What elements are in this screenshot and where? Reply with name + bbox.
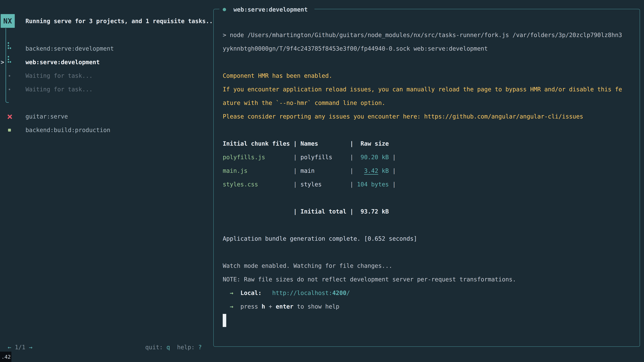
terminal-text <box>223 303 230 310</box>
terminal-text: polyfills <box>300 154 332 161</box>
task-output-panel: web:serve:development > node /Users/mhar… <box>213 9 640 347</box>
arrow-left-icon[interactable]: ← <box>8 344 11 351</box>
task-sidebar: NX Running serve for 3 projects, and 1 r… <box>0 0 213 362</box>
terminal-line <box>223 246 636 259</box>
terminal-text: polyfills.js <box>223 154 265 161</box>
terminal-text: | <box>389 167 396 174</box>
terminal-text: main <box>300 167 314 174</box>
dot-icon <box>9 75 10 77</box>
terminal-text: 90.20 kB <box>357 154 389 161</box>
terminal-line: polyfills.js | polyfills | 90.20 kB | <box>223 150 636 164</box>
help-hint-label: help: <box>170 344 198 351</box>
arrow-right-icon[interactable]: → <box>29 344 32 351</box>
terminal-line: If you encounter application reload issu… <box>223 83 636 96</box>
task-pager[interactable]: ← 1/1 → <box>8 341 32 354</box>
terminal-text <box>262 290 272 296</box>
task-row-web-serve-selected: web:serve:development <box>26 55 100 69</box>
terminal-text: + <box>265 303 276 310</box>
terminal-text: > <box>223 32 230 38</box>
terminal-line: → press h + enter to show help <box>223 300 636 313</box>
terminal-text: | <box>314 167 357 174</box>
pager-label: 1/1 <box>11 344 29 351</box>
nx-logo-badge: NX <box>1 14 15 28</box>
quit-key: q <box>166 344 170 351</box>
terminal-text <box>233 303 240 310</box>
terminal-text: | <box>322 181 357 188</box>
terminal-line: main.js | main | 3.42 kB | <box>223 164 636 178</box>
terminal-output: > node /Users/mhartington/Github/guitars… <box>223 28 636 327</box>
terminal-text: NOTE: Raw file sizes do not reflect deve… <box>223 276 516 283</box>
spinner-icon <box>8 56 11 63</box>
terminal-text: Please consider reporting any issues you… <box>223 113 583 120</box>
terminal-text: | <box>332 154 357 161</box>
selected-task-pointer-icon: > <box>1 55 4 69</box>
terminal-line: styles.css | styles | 104 bytes | <box>223 178 636 191</box>
terminal-text: h <box>262 303 265 310</box>
terminal-text: Application bundle generation complete. … <box>223 235 417 242</box>
terminal-text: node /Users/mhartington/Github/guitars/n… <box>230 32 622 38</box>
terminal-line: Initial chunk files | Names | Raw size <box>223 137 636 150</box>
panel-title-label: web:serve:development <box>234 6 308 13</box>
dot-icon <box>9 89 10 90</box>
terminal-text: | <box>389 154 396 161</box>
task-row-guitar-serve-failed: guitar:serve <box>26 110 68 123</box>
task-row-backend-serve: backend:serve:development <box>26 42 114 55</box>
terminal-line: Watch mode enabled. Watching for file ch… <box>223 259 636 273</box>
task-row-waiting: Waiting for task... <box>26 83 92 96</box>
status-dot-icon <box>223 8 226 11</box>
terminal-text: to show help <box>293 303 339 310</box>
arrow-right-icon: → <box>230 303 233 310</box>
terminal-line: Please consider reporting any issues you… <box>223 110 636 123</box>
terminal-line <box>223 313 636 327</box>
panel-title: web:serve:development <box>219 4 314 14</box>
terminal-text: | <box>248 167 300 174</box>
local-url-link[interactable]: http://localhost: <box>272 290 332 296</box>
terminal-cursor <box>223 314 226 327</box>
terminal-text <box>233 290 240 296</box>
arrow-right-icon: → <box>230 290 233 296</box>
keyboard-hints: quit: q help: ? <box>145 341 202 354</box>
terminal-text: | Initial total | 93.72 kB <box>223 208 389 215</box>
cross-icon <box>7 114 12 119</box>
task-row-waiting: Waiting for task... <box>26 69 92 83</box>
task-group-bracket <box>6 28 9 103</box>
spinner-icon <box>8 42 11 49</box>
terminal-text: main.js <box>223 167 248 174</box>
task-row-backend-build-succeeded: backend:build:production <box>26 123 110 137</box>
terminal-text: 104 bytes <box>357 181 389 188</box>
help-key: ? <box>198 344 202 351</box>
terminal-line: Application bundle generation complete. … <box>223 232 636 246</box>
terminal-text: If you encounter application reload issu… <box>223 86 622 93</box>
terminal-text: styles <box>300 181 322 188</box>
terminal-text: yyknnbtgh0000gn/T/9f4c243785f8453e3f00/f… <box>223 45 488 52</box>
runner-status-heading: Running serve for 3 projects, and 1 requ… <box>26 14 213 28</box>
terminal-line <box>223 218 636 232</box>
terminal-text: Component HMR has been enabled. <box>223 72 332 79</box>
terminal-line: ature with the `--no-hmr` command line o… <box>223 96 636 110</box>
quit-hint-label: quit: <box>145 344 166 351</box>
terminal-text: Local: <box>240 290 262 296</box>
terminal-text: kB <box>378 167 389 174</box>
terminal-text: 3.42 <box>364 167 378 174</box>
terminal-line: | Initial total | 93.72 kB <box>223 205 636 218</box>
terminal-text <box>357 167 364 174</box>
terminal-text: styles.css <box>223 181 258 188</box>
terminal-text: press <box>240 303 262 310</box>
terminal-line: Component HMR has been enabled. <box>223 69 636 83</box>
terminal-line: > node /Users/mhartington/Github/guitars… <box>223 28 636 42</box>
terminal-line <box>223 123 636 137</box>
terminal-text: | <box>258 181 300 188</box>
local-url-link[interactable]: 4200 <box>332 290 346 296</box>
terminal-text: ature with the `--no-hmr` command line o… <box>223 99 385 106</box>
local-url-link[interactable]: / <box>346 290 350 296</box>
terminal-text <box>223 290 230 296</box>
terminal-text: enter <box>276 303 293 310</box>
terminal-line: yyknnbtgh0000gn/T/9f4c243785f8453e3f00/f… <box>223 42 636 55</box>
corner-overlay-badge: .42 <box>0 352 12 362</box>
terminal-line <box>223 191 636 205</box>
terminal-line: NOTE: Raw file sizes do not reflect deve… <box>223 273 636 286</box>
terminal-text: Initial chunk files | Names | Raw size <box>223 140 389 147</box>
terminal-line: → Local: http://localhost:4200/ <box>223 286 636 300</box>
terminal-text: Watch mode enabled. Watching for file ch… <box>223 263 392 269</box>
terminal-text: | <box>265 154 300 161</box>
